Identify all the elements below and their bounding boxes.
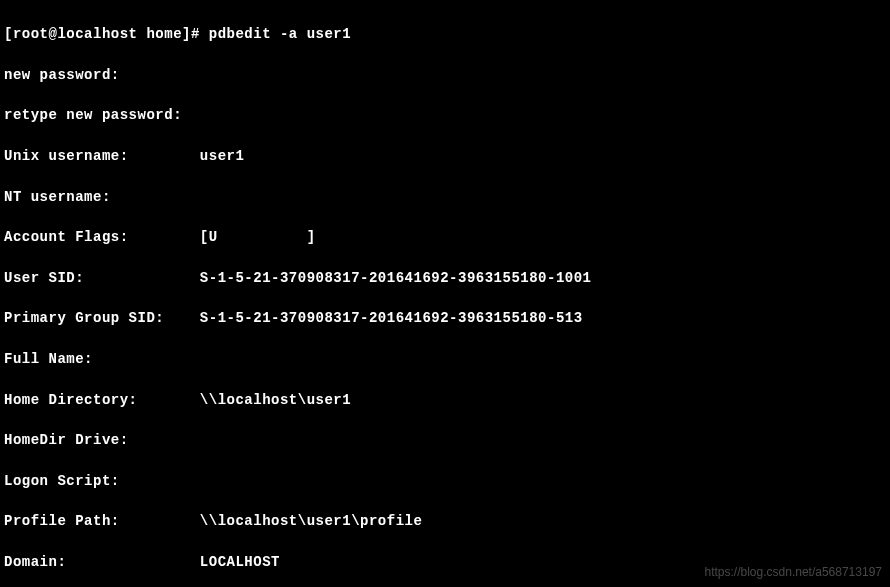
shell-prompt: [root@localhost home]# (4, 26, 209, 42)
output-new-password: new password: (4, 65, 886, 85)
unix-username-value: user1 (200, 148, 245, 164)
unix-username-label: Unix username: (4, 148, 200, 164)
primary-group-sid-value: S-1-5-21-370908317-201641692-3963155180-… (200, 310, 583, 326)
terminal-output[interactable]: [root@localhost home]# pdbedit -a user1 … (4, 4, 886, 587)
command-input: pdbedit -a user1 (209, 26, 351, 42)
user-sid-label: User SID: (4, 270, 200, 286)
nt-username: NT username: (4, 187, 886, 207)
domain-value: LOCALHOST (200, 554, 280, 570)
account-flags-label: Account Flags: (4, 229, 200, 245)
home-directory-label: Home Directory: (4, 392, 200, 408)
home-directory-value: \\localhost\user1 (200, 392, 351, 408)
profile-path-value: \\localhost\user1\profile (200, 513, 423, 529)
full-name: Full Name: (4, 349, 886, 369)
homedir-drive: HomeDir Drive: (4, 430, 886, 450)
domain-label: Domain: (4, 554, 200, 570)
output-retype-password: retype new password: (4, 105, 886, 125)
watermark-text: https://blog.csdn.net/a568713197 (705, 564, 882, 581)
user-sid-value: S-1-5-21-370908317-201641692-3963155180-… (200, 270, 592, 286)
account-flags-value: [U ] (200, 229, 316, 245)
profile-path-label: Profile Path: (4, 513, 200, 529)
primary-group-sid-label: Primary Group SID: (4, 310, 200, 326)
logon-script: Logon Script: (4, 471, 886, 491)
